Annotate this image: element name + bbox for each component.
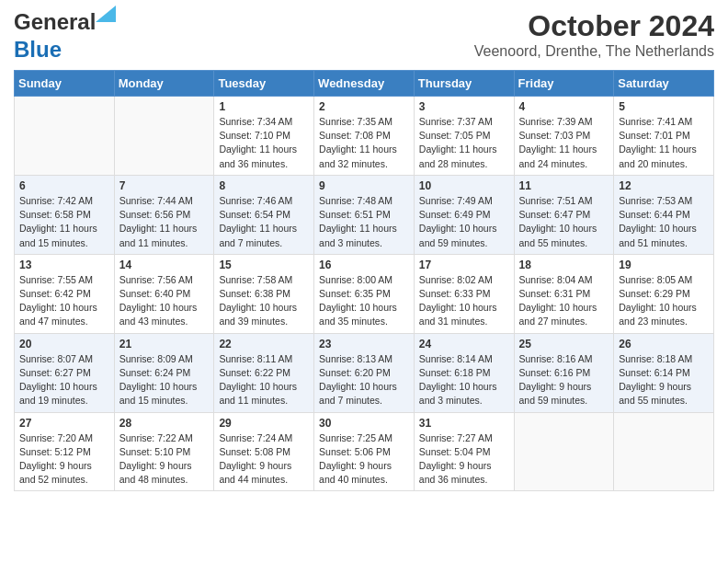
calendar-day-cell: 13Sunrise: 7:55 AMSunset: 6:42 PMDayligh…: [15, 254, 115, 333]
calendar-day-cell: 8Sunrise: 7:46 AMSunset: 6:54 PMDaylight…: [214, 175, 314, 254]
col-friday: Friday: [514, 71, 614, 97]
page-title: October 2024: [474, 9, 714, 43]
day-info: Sunrise: 7:49 AMSunset: 6:49 PMDaylight:…: [419, 194, 509, 250]
day-info: Sunrise: 8:05 AMSunset: 6:29 PMDaylight:…: [619, 273, 709, 329]
day-info: Sunrise: 7:48 AMSunset: 6:51 PMDaylight:…: [319, 194, 409, 250]
col-tuesday: Tuesday: [214, 71, 314, 97]
logo: General Blue: [14, 9, 96, 63]
calendar-table: Sunday Monday Tuesday Wednesday Thursday…: [14, 70, 714, 491]
calendar-day-cell: 11Sunrise: 7:51 AMSunset: 6:47 PMDayligh…: [514, 175, 614, 254]
day-number: 10: [419, 179, 509, 192]
calendar-week-row: 1Sunrise: 7:34 AMSunset: 7:10 PMDaylight…: [15, 97, 714, 176]
col-sunday: Sunday: [15, 71, 115, 97]
day-info: Sunrise: 7:22 AMSunset: 5:10 PMDaylight:…: [119, 431, 210, 488]
calendar-day-cell: 16Sunrise: 8:00 AMSunset: 6:35 PMDayligh…: [314, 254, 415, 333]
day-number: 11: [519, 179, 609, 192]
day-number: 31: [419, 417, 509, 430]
calendar-day-cell: 31Sunrise: 7:27 AMSunset: 5:04 PMDayligh…: [414, 412, 514, 491]
calendar-day-cell: 7Sunrise: 7:44 AMSunset: 6:56 PMDaylight…: [114, 175, 214, 254]
calendar-week-row: 27Sunrise: 7:20 AMSunset: 5:12 PMDayligh…: [15, 412, 714, 491]
calendar-day-cell: 24Sunrise: 8:14 AMSunset: 6:18 PMDayligh…: [414, 333, 514, 412]
day-info: Sunrise: 7:51 AMSunset: 6:47 PMDaylight:…: [519, 194, 609, 250]
calendar-day-cell: [114, 97, 214, 176]
calendar-day-cell: 15Sunrise: 7:58 AMSunset: 6:38 PMDayligh…: [214, 254, 314, 333]
day-info: Sunrise: 7:24 AMSunset: 5:08 PMDaylight:…: [219, 431, 309, 488]
day-info: Sunrise: 7:44 AMSunset: 6:56 PMDaylight:…: [119, 194, 210, 250]
day-number: 21: [119, 338, 210, 350]
col-saturday: Saturday: [614, 71, 714, 97]
calendar-day-cell: 28Sunrise: 7:22 AMSunset: 5:10 PMDayligh…: [114, 412, 214, 491]
col-monday: Monday: [114, 71, 214, 97]
day-number: 8: [219, 179, 309, 192]
calendar-week-row: 6Sunrise: 7:42 AMSunset: 6:58 PMDaylight…: [15, 175, 714, 254]
calendar-week-row: 13Sunrise: 7:55 AMSunset: 6:42 PMDayligh…: [15, 254, 714, 333]
day-info: Sunrise: 7:42 AMSunset: 6:58 PMDaylight:…: [19, 194, 109, 250]
day-number: 19: [619, 259, 709, 271]
calendar-day-cell: 5Sunrise: 7:41 AMSunset: 7:01 PMDaylight…: [614, 97, 714, 176]
calendar-day-cell: 19Sunrise: 8:05 AMSunset: 6:29 PMDayligh…: [614, 254, 714, 333]
day-info: Sunrise: 8:00 AMSunset: 6:35 PMDaylight:…: [319, 273, 409, 329]
calendar-day-cell: 10Sunrise: 7:49 AMSunset: 6:49 PMDayligh…: [414, 175, 514, 254]
logo-blue: Blue: [14, 37, 62, 62]
day-number: 18: [519, 259, 609, 271]
day-info: Sunrise: 8:13 AMSunset: 6:20 PMDaylight:…: [319, 352, 409, 408]
col-wednesday: Wednesday: [314, 71, 415, 97]
calendar-day-cell: 6Sunrise: 7:42 AMSunset: 6:58 PMDaylight…: [15, 175, 115, 254]
calendar-day-cell: 3Sunrise: 7:37 AMSunset: 7:05 PMDaylight…: [414, 97, 514, 176]
page-subtitle: Veenoord, Drenthe, The Netherlands: [474, 43, 714, 60]
day-number: 12: [619, 179, 709, 192]
calendar-day-cell: 22Sunrise: 8:11 AMSunset: 6:22 PMDayligh…: [214, 333, 314, 412]
calendar-day-cell: 18Sunrise: 8:04 AMSunset: 6:31 PMDayligh…: [514, 254, 614, 333]
day-info: Sunrise: 7:39 AMSunset: 7:03 PMDaylight:…: [519, 115, 609, 171]
logo-arrow-icon: [96, 6, 116, 22]
day-number: 7: [119, 179, 210, 192]
day-number: 24: [419, 338, 509, 350]
day-number: 14: [119, 259, 210, 271]
day-number: 25: [519, 338, 609, 350]
calendar-day-cell: 29Sunrise: 7:24 AMSunset: 5:08 PMDayligh…: [214, 412, 314, 491]
day-info: Sunrise: 7:37 AMSunset: 7:05 PMDaylight:…: [419, 115, 509, 171]
calendar-day-cell: 20Sunrise: 8:07 AMSunset: 6:27 PMDayligh…: [15, 333, 115, 412]
calendar-day-cell: 4Sunrise: 7:39 AMSunset: 7:03 PMDaylight…: [514, 97, 614, 176]
logo-general: General: [14, 9, 96, 34]
day-info: Sunrise: 7:41 AMSunset: 7:01 PMDaylight:…: [619, 115, 709, 171]
header: General Blue October 2024 Veenoord, Dren…: [14, 9, 714, 63]
day-info: Sunrise: 8:02 AMSunset: 6:33 PMDaylight:…: [419, 273, 509, 329]
day-number: 23: [319, 338, 409, 350]
day-number: 6: [19, 179, 109, 192]
calendar-day-cell: 9Sunrise: 7:48 AMSunset: 6:51 PMDaylight…: [314, 175, 415, 254]
calendar-day-cell: 25Sunrise: 8:16 AMSunset: 6:16 PMDayligh…: [514, 333, 614, 412]
day-number: 13: [19, 259, 109, 271]
day-number: 4: [519, 100, 609, 113]
day-info: Sunrise: 7:20 AMSunset: 5:12 PMDaylight:…: [19, 431, 109, 488]
day-info: Sunrise: 8:09 AMSunset: 6:24 PMDaylight:…: [119, 352, 210, 408]
day-info: Sunrise: 8:11 AMSunset: 6:22 PMDaylight:…: [219, 352, 309, 408]
day-info: Sunrise: 7:27 AMSunset: 5:04 PMDaylight:…: [419, 431, 509, 488]
day-number: 28: [119, 417, 210, 430]
day-number: 17: [419, 259, 509, 271]
day-number: 1: [219, 100, 309, 113]
day-info: Sunrise: 7:46 AMSunset: 6:54 PMDaylight:…: [219, 194, 309, 250]
page: General Blue October 2024 Veenoord, Dren…: [0, 0, 728, 505]
title-block: October 2024 Veenoord, Drenthe, The Neth…: [474, 9, 714, 60]
calendar-day-cell: 12Sunrise: 7:53 AMSunset: 6:44 PMDayligh…: [614, 175, 714, 254]
day-info: Sunrise: 7:58 AMSunset: 6:38 PMDaylight:…: [219, 273, 309, 329]
calendar-day-cell: [614, 412, 714, 491]
calendar-day-cell: [514, 412, 614, 491]
day-number: 27: [19, 417, 109, 430]
col-thursday: Thursday: [414, 71, 514, 97]
day-info: Sunrise: 8:14 AMSunset: 6:18 PMDaylight:…: [419, 352, 509, 408]
day-info: Sunrise: 8:18 AMSunset: 6:14 PMDaylight:…: [619, 352, 709, 408]
day-number: 3: [419, 100, 509, 113]
calendar-day-cell: 30Sunrise: 7:25 AMSunset: 5:06 PMDayligh…: [314, 412, 415, 491]
calendar-day-cell: [15, 97, 115, 176]
calendar-week-row: 20Sunrise: 8:07 AMSunset: 6:27 PMDayligh…: [15, 333, 714, 412]
calendar-day-cell: 14Sunrise: 7:56 AMSunset: 6:40 PMDayligh…: [114, 254, 214, 333]
day-number: 26: [619, 338, 709, 350]
day-info: Sunrise: 8:04 AMSunset: 6:31 PMDaylight:…: [519, 273, 609, 329]
day-info: Sunrise: 7:25 AMSunset: 5:06 PMDaylight:…: [319, 431, 409, 488]
day-number: 16: [319, 259, 409, 271]
calendar-day-cell: 2Sunrise: 7:35 AMSunset: 7:08 PMDaylight…: [314, 97, 415, 176]
day-info: Sunrise: 7:35 AMSunset: 7:08 PMDaylight:…: [319, 115, 409, 171]
calendar-day-cell: 17Sunrise: 8:02 AMSunset: 6:33 PMDayligh…: [414, 254, 514, 333]
